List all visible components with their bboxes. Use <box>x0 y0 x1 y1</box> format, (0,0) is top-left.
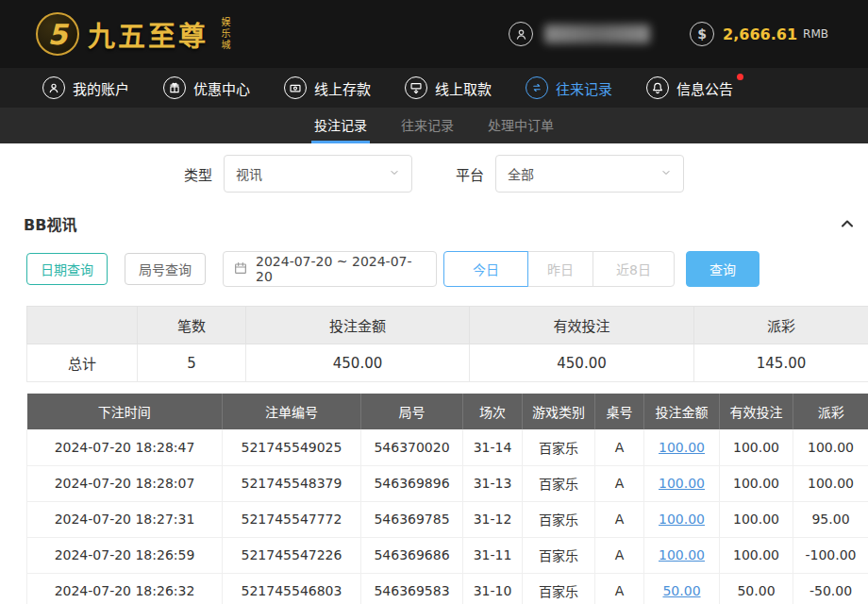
cell-bet-amount: 50.00 <box>644 573 720 604</box>
nav-label: 往来记录 <box>556 78 612 98</box>
transfer-records-icon <box>526 76 548 99</box>
header-game-type: 游戏类别 <box>523 394 595 429</box>
tab-processing-orders[interactable]: 处理中订单 <box>485 108 557 143</box>
gift-icon <box>163 76 186 99</box>
platform-select[interactable]: 全部 <box>495 155 684 193</box>
bell-icon <box>646 76 669 99</box>
site-logo[interactable]: 5 九五至尊 娱乐城 <box>36 12 230 56</box>
logo-subtitle: 娱乐城 <box>219 17 230 51</box>
header-bet-time: 下注时间 <box>27 394 223 429</box>
nav-label: 信息公告 <box>676 78 733 98</box>
tab-bet-records[interactable]: 投注记录 <box>311 108 370 143</box>
type-label: 类型 <box>184 164 212 184</box>
bet-amount-link[interactable]: 100.00 <box>659 476 705 491</box>
summary-total-label: 总计 <box>27 344 138 382</box>
cell-bet-time: 2024-07-20 18:28:07 <box>27 465 223 501</box>
cell-bet-time: 2024-07-20 18:26:32 <box>27 573 223 604</box>
dollar-icon: $ <box>690 22 714 46</box>
cell-valid-bet: 100.00 <box>720 537 793 573</box>
nav-item-announcements[interactable]: 信息公告 <box>646 76 733 99</box>
date-range-value: 2024-07-20 ~ 2024-07-20 <box>256 254 426 284</box>
bet-amount-link[interactable]: 100.00 <box>659 440 705 455</box>
nav-item-deposit[interactable]: 线上存款 <box>284 76 371 99</box>
cell-order-number: 521745546803 <box>223 573 361 604</box>
date-query-button[interactable]: 日期查询 <box>26 253 108 285</box>
summary-total-row: 总计 5 450.00 450.00 145.00 <box>27 344 868 382</box>
cell-payout: -50.00 <box>793 573 868 604</box>
cell-session: 31-13 <box>463 465 523 501</box>
cell-valid-bet: 100.00 <box>720 465 793 501</box>
cell-order-number: 521745547772 <box>223 501 361 537</box>
summary-count: 5 <box>138 344 246 382</box>
balance-amount: 2,666.61 <box>723 25 797 43</box>
date-range-input[interactable]: 2024-07-20 ~ 2024-07-20 <box>223 251 437 287</box>
bet-amount-link[interactable]: 100.00 <box>659 547 705 562</box>
platform-select-value: 全部 <box>508 164 534 183</box>
chevron-down-icon <box>389 166 400 181</box>
chevron-up-icon <box>838 214 857 233</box>
cell-table-number: A <box>595 537 644 573</box>
table-row: 2024-07-20 18:26:59 521745547226 5463696… <box>27 537 868 573</box>
nav-item-records[interactable]: 往来记录 <box>526 76 612 99</box>
yesterday-button[interactable]: 昨日 <box>527 251 593 287</box>
sub-nav: 投注记录 往来记录 处理中订单 <box>0 108 868 143</box>
table-row: 2024-07-20 18:26:32 521745546803 5463695… <box>27 573 868 604</box>
platform-label: 平台 <box>456 164 484 184</box>
calendar-icon <box>233 260 248 278</box>
table-row: 2024-07-20 18:28:47 521745549025 5463700… <box>27 429 868 465</box>
cell-session: 31-14 <box>463 429 523 465</box>
username-redacted <box>544 25 650 43</box>
tab-transfer-records[interactable]: 往来记录 <box>398 108 457 143</box>
nav-item-promotions[interactable]: 优惠中心 <box>163 76 250 99</box>
header-session: 场次 <box>463 394 523 429</box>
type-select[interactable]: 视讯 <box>224 155 412 193</box>
cell-bet-time: 2024-07-20 18:27:31 <box>27 501 223 537</box>
cell-valid-bet: 50.00 <box>720 573 793 604</box>
recent-8-days-button[interactable]: 近8日 <box>593 251 675 287</box>
filter-row: 类型 视讯 平台 全部 <box>0 155 868 193</box>
cell-session: 31-12 <box>463 501 523 537</box>
cell-round-number: 546370020 <box>361 429 463 465</box>
nav-label: 线上取款 <box>435 78 492 98</box>
header-round-number: 局号 <box>361 394 463 429</box>
cell-game-type: 百家乐 <box>523 537 595 573</box>
section-title: BB视讯 <box>24 212 76 235</box>
type-select-value: 视讯 <box>236 164 262 183</box>
chevron-down-icon <box>660 166 672 181</box>
logo-title: 九五至尊 <box>88 14 209 54</box>
summary-payout: 145.00 <box>694 344 868 382</box>
cell-round-number: 546369896 <box>361 465 463 501</box>
user-avatar-icon[interactable] <box>509 22 533 46</box>
round-query-button[interactable]: 局号查询 <box>125 253 206 285</box>
cell-game-type: 百家乐 <box>523 573 595 604</box>
summary-header-count: 笔数 <box>138 307 246 344</box>
quick-date-segment: 今日 昨日 近8日 <box>444 251 675 287</box>
withdraw-icon <box>405 76 427 99</box>
cell-table-number: A <box>595 573 644 604</box>
cell-session: 31-10 <box>463 573 523 604</box>
cell-table-number: A <box>595 429 644 465</box>
logo-emblem-icon: 5 <box>36 12 79 56</box>
summary-header-payout: 派彩 <box>694 307 868 344</box>
cell-payout: 100.00 <box>793 429 868 465</box>
cell-payout: -100.00 <box>793 537 868 573</box>
table-row: 2024-07-20 18:27:31 521745547772 5463697… <box>27 501 868 537</box>
nav-item-my-account[interactable]: 我的账户 <box>42 76 129 99</box>
nav-item-withdraw[interactable]: 线上取款 <box>405 76 492 99</box>
summary-table: 笔数 投注金额 有效投注 派彩 总计 5 450.00 450.00 145.0… <box>26 306 868 382</box>
cell-bet-time: 2024-07-20 18:26:59 <box>27 537 223 573</box>
search-button[interactable]: 查询 <box>686 251 760 287</box>
nav-label: 我的账户 <box>73 78 129 98</box>
cell-bet-amount: 100.00 <box>644 465 720 501</box>
summary-valid: 450.00 <box>470 344 694 382</box>
table-header-row: 下注时间 注单编号 局号 场次 游戏类别 桌号 投注金额 有效投注 派彩 <box>27 394 868 429</box>
cell-valid-bet: 100.00 <box>720 429 793 465</box>
collapse-section-button[interactable] <box>838 214 857 233</box>
summary-header-bet: 投注金额 <box>246 307 470 344</box>
today-button[interactable]: 今日 <box>443 251 528 287</box>
cell-table-number: A <box>595 501 644 537</box>
bet-amount-link[interactable]: 100.00 <box>659 512 705 527</box>
bet-amount-link[interactable]: 50.00 <box>662 583 700 598</box>
cell-bet-time: 2024-07-20 18:28:47 <box>27 429 223 465</box>
section-header: BB视讯 <box>0 211 868 236</box>
